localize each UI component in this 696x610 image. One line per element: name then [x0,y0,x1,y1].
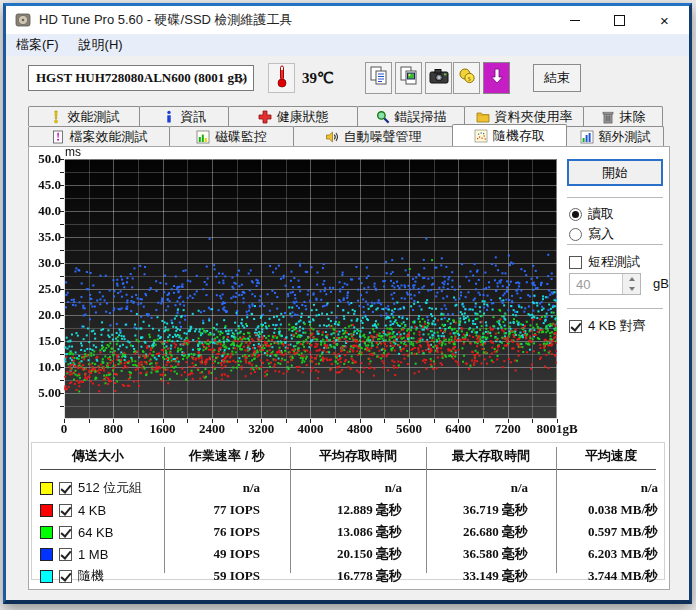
tab-erase[interactable]: 抹除 [583,106,663,126]
menu-item-help[interactable]: 說明(H) [69,34,133,56]
update-button[interactable] [483,62,510,94]
health-icon [258,110,272,124]
max-access-value: 26.680 毫秒 [426,523,556,541]
tab-health[interactable]: 健康狀態 [228,106,358,126]
max-access-value: 33.149 毫秒 [426,567,556,585]
avg-access-value: 13.086 毫秒 [290,523,426,541]
tab-info[interactable]: 資訊 [139,106,229,126]
tab-disk-monitor[interactable]: 磁碟監控 [169,126,294,146]
y-axis-tick-label: 5.00 [21,385,61,401]
screenshot-button[interactable] [425,62,452,94]
y-axis-tick-label: 25.0 [21,281,61,297]
minimize-icon [570,20,580,21]
avg-access-value: n/a [290,480,426,496]
aam-icon [325,130,339,144]
table-row: 512 位元組n/an/an/an/a [32,478,664,498]
drive-select[interactable]: HGST HUH728080ALN600 (8001 gB) [28,65,254,91]
tab-label: 抹除 [620,108,646,126]
close-button[interactable]: × [642,6,687,34]
tab-error-scan[interactable]: 錯誤掃描 [357,106,465,126]
exit-button[interactable]: 結束 [533,64,581,92]
series-checkbox[interactable] [59,548,72,561]
tab-label: 自動噪聲管理 [344,128,422,146]
app-icon [15,12,31,28]
ops-value: 59 IOPS [164,568,290,584]
write-radio-row[interactable]: 寫入 [569,225,614,243]
tab-label: 額外測試 [599,128,651,146]
write-radio[interactable] [569,228,582,241]
tab-file-benchmark[interactable]: 檔案效能測試 [28,126,170,146]
ops-value: 49 IOPS [164,546,290,562]
short-test-checkbox[interactable] [569,256,582,269]
menu-item-file[interactable]: 檔案(F) [6,34,69,56]
erase-icon [601,110,615,124]
series-checkbox[interactable] [59,482,72,495]
short-test-row[interactable]: 短程測試 [569,253,640,271]
avg-speed-value: 0.597 MB/秒 [556,523,666,541]
series-color-swatch [40,504,53,517]
svg-text:$: $ [467,75,471,83]
table-row: 隨機59 IOPS16.778 毫秒33.149 毫秒3.744 MB/秒 [32,566,664,586]
close-icon: × [660,13,669,28]
extra-tests-icon [580,130,594,144]
tab-label: 磁碟監控 [215,128,267,146]
tab-aam[interactable]: 自動噪聲管理 [293,126,453,146]
donate-button[interactable]: $ [453,62,480,94]
avg-access-value: 12.889 毫秒 [290,501,426,519]
series-color-swatch [40,526,53,539]
series-checkbox[interactable] [59,526,72,539]
random-access-chart [57,158,558,424]
ops-value: 77 IOPS [164,502,290,518]
tab-strip: 效能測試資訊健康狀態錯誤掃描資料夾使用率抹除檔案效能測試磁碟監控自動噪聲管理隨機… [6,106,689,146]
series-checkbox[interactable] [59,570,72,583]
copy-image-button[interactable] [395,62,422,94]
y-axis-tick-label: 10.0 [21,359,61,375]
camera-icon [429,68,449,88]
spinner-down-button[interactable] [623,284,640,294]
tab-random-access[interactable]: 隨機存取 [452,124,567,146]
title-bar: HD Tune Pro 5.60 - 硬碟/SSD 檢測維護工具 × [6,6,689,34]
tab-extra-tests[interactable]: 額外測試 [566,126,664,146]
spinner-up-button[interactable] [623,274,640,284]
table-row: 64 KB76 IOPS13.086 毫秒26.680 毫秒0.597 MB/秒 [32,522,664,542]
tab-benchmark[interactable]: 效能測試 [28,106,140,126]
thermometer-icon [276,64,288,92]
y-axis-tick-label: 30.0 [21,255,61,271]
align-checkbox[interactable] [569,320,582,333]
minimize-button[interactable] [552,6,597,34]
tab-label: 資料夾使用率 [495,108,573,126]
app-window: HD Tune Pro 5.60 - 硬碟/SSD 檢測維護工具 × 檔案(F)… [3,3,692,604]
tab-folder-usage[interactable]: 資料夾使用率 [464,106,584,126]
series-label: 64 KB [78,525,113,540]
copy-text-button[interactable] [365,62,392,94]
tab-label: 效能測試 [68,108,120,126]
y-axis-tick-label: 40.0 [21,203,61,219]
test-size-spinner[interactable]: 40 [569,273,641,295]
y-axis-unit-label: ms [65,145,81,159]
arrow-down-icon [629,287,635,291]
maximize-button[interactable] [597,6,642,34]
align-row[interactable]: 4 KB 對齊 [569,317,646,335]
test-size-value: 40 [570,274,622,294]
max-access-value: 36.719 毫秒 [426,501,556,519]
y-axis-tick-label: 20.0 [21,307,61,323]
read-radio[interactable] [569,208,582,221]
series-checkbox[interactable] [59,504,72,517]
menu-bar: 檔案(F) 說明(H) [6,34,689,56]
avg-access-value: 20.150 毫秒 [290,545,426,563]
start-button[interactable]: 開始 [567,159,663,186]
results-table: 傳送大小 作業速率 / 秒 平均存取時間 最大存取時間 平均速度 512 位元組… [31,442,665,580]
results-table-header: 傳送大小 作業速率 / 秒 平均存取時間 最大存取時間 平均速度 [32,447,664,465]
start-button-label: 開始 [602,164,628,182]
table-row: 4 KB77 IOPS12.889 毫秒36.719 毫秒0.038 MB/秒 [32,500,664,520]
separator [567,244,663,248]
y-axis-tick-label: 35.0 [21,229,61,245]
thermometer-button[interactable] [268,63,295,93]
info-icon [162,110,176,124]
avg-speed-value: n/a [556,480,666,496]
read-radio-row[interactable]: 讀取 [569,205,614,223]
random-access-pane: ms 50.045.040.035.030.025.020.015.010.05… [28,146,670,590]
align-checkbox-label: 4 KB 對齊 [588,317,646,335]
window-title: HD Tune Pro 5.60 - 硬碟/SSD 檢測維護工具 [39,11,293,29]
max-access-value: n/a [426,480,556,496]
